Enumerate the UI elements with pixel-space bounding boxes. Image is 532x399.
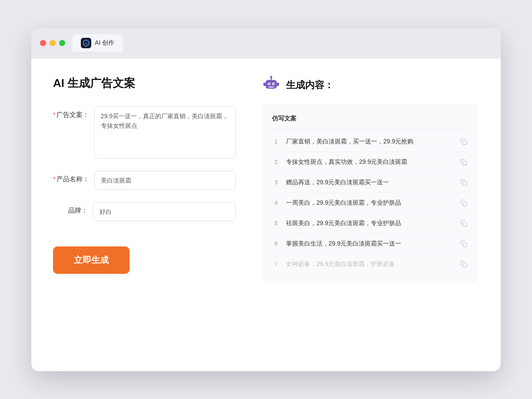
- copy-icon[interactable]: [459, 219, 469, 228]
- svg-point-7: [269, 83, 270, 84]
- result-number: 7: [272, 261, 280, 267]
- form-group-brand: 品牌：: [53, 202, 236, 221]
- result-number: 3: [272, 179, 280, 186]
- traffic-light-yellow[interactable]: [50, 40, 56, 46]
- svg-point-8: [273, 83, 274, 84]
- svg-rect-17: [463, 243, 467, 247]
- result-text: 掌握美白生活，29.9元美白淡斑霜买一送一: [286, 239, 453, 248]
- page-title: AI 生成广告文案: [53, 76, 236, 91]
- traffic-lights: [40, 40, 65, 46]
- copy-icon[interactable]: [459, 137, 469, 146]
- svg-rect-13: [463, 161, 467, 165]
- result-text: 专抹女性斑点，真实功效，29.9元美白淡斑霜: [286, 157, 453, 166]
- right-panel: 生成内容： 仿写文案 1厂家直销，美白淡斑霜，买一送一，29.9元抢购 2专抹女…: [262, 76, 479, 283]
- result-rows-container: 1厂家直销，美白淡斑霜，买一送一，29.9元抢购 2专抹女性斑点，真实功效，29…: [272, 132, 469, 274]
- generate-button[interactable]: 立即生成: [53, 246, 130, 274]
- product-name-input[interactable]: [94, 171, 236, 190]
- result-title: 生成内容：: [286, 79, 334, 92]
- svg-rect-16: [463, 223, 467, 226]
- result-text: 女神必备，29.9元美白淡斑霜，护肤必备: [286, 259, 453, 269]
- result-header: 生成内容：: [262, 76, 479, 95]
- traffic-light-green[interactable]: [59, 40, 65, 46]
- svg-rect-11: [277, 83, 279, 86]
- main-layout: AI 生成广告文案 *广告文案： *产品名称：: [53, 76, 479, 283]
- browser-tab[interactable]: AI AI 创作: [72, 34, 123, 52]
- svg-rect-18: [463, 263, 467, 267]
- copy-icon[interactable]: [459, 198, 469, 208]
- browser-content: AI 生成广告文案 *广告文案： *产品名称：: [31, 58, 501, 371]
- form-group-ad-copy: *广告文案：: [53, 106, 236, 159]
- result-text: 祛斑美白，29.9元美白淡斑霜，专业护肤品: [286, 219, 453, 228]
- result-row: 1厂家直销，美白淡斑霜，买一送一，29.9元抢购: [272, 132, 469, 152]
- left-panel: AI 生成广告文案 *广告文案： *产品名称：: [53, 76, 236, 283]
- result-row: 4一周美白，29.9元美白淡斑霜，专业护肤品: [272, 193, 469, 213]
- result-row: 3赠品再送，29.9元美白淡斑霜买一送一: [272, 173, 469, 193]
- result-row: 6掌握美白生活，29.9元美白淡斑霜买一送一: [272, 234, 469, 254]
- result-number: 1: [272, 138, 280, 145]
- tab-label: AI 创作: [95, 39, 114, 47]
- result-row: 7女神必备，29.9元美白淡斑霜，护肤必备: [272, 254, 469, 274]
- result-table-header: 仿写文案: [272, 112, 469, 129]
- product-name-label: *产品名称：: [53, 171, 89, 183]
- copy-icon[interactable]: [459, 259, 469, 269]
- ad-copy-input[interactable]: [94, 106, 236, 159]
- result-row: 2专抹女性斑点，真实功效，29.9元美白淡斑霜: [272, 152, 469, 173]
- svg-rect-12: [463, 141, 467, 145]
- form-group-product-name: *产品名称：: [53, 171, 236, 190]
- tab-ai-icon: AI: [81, 38, 91, 48]
- svg-rect-9: [269, 86, 274, 88]
- browser-window: AI AI 创作 AI 生成广告文案 *广告文案：: [31, 28, 501, 371]
- result-text: 一周美白，29.9元美白淡斑霜，专业护肤品: [286, 198, 453, 207]
- brand-input[interactable]: [93, 202, 236, 221]
- svg-rect-15: [463, 202, 467, 206]
- svg-point-3: [270, 76, 273, 78]
- svg-rect-14: [463, 182, 467, 186]
- svg-rect-10: [263, 83, 266, 86]
- copy-icon[interactable]: [459, 239, 469, 249]
- result-number: 5: [272, 220, 280, 226]
- browser-titlebar: AI AI 创作: [31, 28, 501, 58]
- result-number: 6: [272, 240, 280, 247]
- result-text: 赠品再送，29.9元美白淡斑霜买一送一: [286, 178, 453, 187]
- result-row: 5祛斑美白，29.9元美白淡斑霜，专业护肤品: [272, 213, 469, 234]
- copy-icon[interactable]: [459, 178, 469, 187]
- svg-text:AI: AI: [85, 42, 87, 45]
- result-number: 4: [272, 200, 280, 206]
- copy-icon[interactable]: [459, 157, 469, 167]
- required-star-ad: *: [53, 111, 56, 118]
- ad-copy-label: *广告文案：: [53, 106, 89, 119]
- result-number: 2: [272, 159, 280, 165]
- brand-label: 品牌：: [53, 202, 88, 215]
- result-table: 仿写文案 1厂家直销，美白淡斑霜，买一送一，29.9元抢购 2专抹女性斑点，真实…: [262, 103, 479, 283]
- result-text: 厂家直销，美白淡斑霜，买一送一，29.9元抢购: [286, 137, 453, 146]
- robot-icon: [262, 76, 281, 95]
- traffic-light-red[interactable]: [40, 40, 46, 46]
- required-star-product: *: [53, 175, 56, 183]
